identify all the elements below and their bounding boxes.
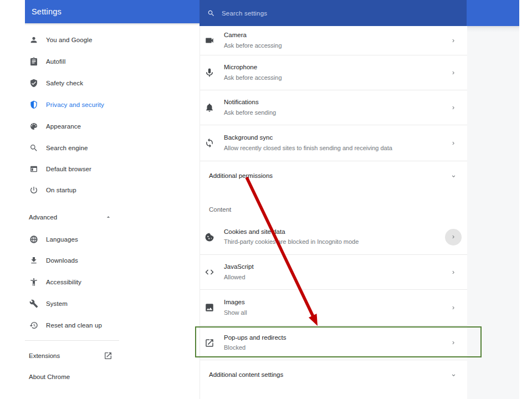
row-title: Additional content settings	[209, 371, 283, 380]
page-title: Settings	[25, 7, 62, 16]
sidebar-item-label: Accessibility	[46, 279, 81, 285]
power-icon	[29, 186, 38, 195]
row-title: Images	[224, 298, 247, 307]
row-subtitle: Third-party cookies are blocked in Incog…	[224, 238, 359, 246]
row-background-sync[interactable]: Background sync Allow recently closed si…	[200, 125, 467, 161]
globe-icon	[29, 235, 38, 244]
row-title: Camera	[224, 31, 282, 40]
header-right-segment	[467, 0, 519, 26]
sidebar-item-accessibility[interactable]: Accessibility	[29, 274, 81, 290]
row-images[interactable]: Images Show all	[200, 290, 467, 326]
sidebar-item-about-chrome[interactable]: About Chrome	[29, 369, 70, 385]
sync-icon	[204, 138, 214, 148]
settings-sidebar: You and Google Autofill Safety check Pri…	[25, 26, 200, 399]
sidebar-item-you-and-google[interactable]: You and Google	[29, 32, 92, 48]
sidebar-item-languages[interactable]: Languages	[29, 231, 78, 248]
row-subtitle: Ask before sending	[224, 109, 276, 117]
sidebar-item-label: Autofill	[46, 58, 65, 65]
sidebar-item-autofill[interactable]: Autofill	[29, 53, 65, 70]
sidebar-item-label: Languages	[46, 236, 78, 243]
about-chrome-label: About Chrome	[29, 374, 70, 380]
chevron-down-icon	[445, 367, 462, 383]
row-title: Microphone	[224, 63, 282, 72]
row-title: Notifications	[224, 98, 276, 107]
sidebar-item-label: System	[46, 300, 68, 307]
wrench-icon	[29, 299, 38, 308]
sidebar-item-label: On startup	[46, 187, 76, 193]
palette-icon	[29, 122, 38, 131]
sidebar-item-safety-check[interactable]: Safety check	[29, 75, 83, 91]
row-title: JavaScript	[224, 263, 254, 272]
sidebar-item-system[interactable]: System	[29, 295, 68, 312]
sidebar-item-privacy-and-security[interactable]: Privacy and security	[29, 96, 104, 113]
sidebar-item-label: Search engine	[46, 145, 88, 151]
chevron-right-icon	[445, 99, 462, 116]
cookie-icon	[204, 232, 214, 242]
sidebar-item-reset-and-clean-up[interactable]: Reset and clean up	[29, 317, 102, 334]
chevron-right-icon	[445, 299, 462, 316]
external-link-icon	[104, 351, 112, 360]
search-icon	[207, 9, 216, 17]
sidebar-item-on-startup[interactable]: On startup	[29, 182, 76, 198]
sidebar-item-label: Safety check	[46, 80, 83, 86]
chevron-right-icon	[445, 64, 462, 81]
row-notifications[interactable]: Notifications Ask before sending	[200, 90, 467, 125]
row-subtitle: Ask before accessing	[224, 42, 282, 50]
sidebar-item-label: Privacy and security	[46, 101, 104, 108]
header-shadow	[25, 23, 200, 25]
advanced-label: Advanced	[29, 214, 57, 221]
slide-canvas: Settings Search settings You and Google …	[0, 0, 532, 399]
microphone-icon	[204, 68, 214, 78]
sidebar-item-extensions[interactable]: Extensions	[29, 347, 60, 364]
row-title: Cookies and site data	[224, 228, 359, 237]
highlight-box	[195, 326, 482, 357]
row-camera[interactable]: Camera Ask before accessing	[200, 26, 467, 55]
history-icon	[29, 321, 38, 330]
download-icon	[29, 256, 38, 265]
code-icon	[204, 267, 214, 277]
image-icon	[204, 303, 214, 313]
row-additional-content-settings[interactable]: Additional content settings	[200, 360, 467, 390]
chevron-down-icon	[445, 168, 462, 185]
chevron-right-icon	[445, 135, 462, 151]
search-settings-box[interactable]: Search settings	[200, 0, 467, 26]
sidebar-item-search-engine[interactable]: Search engine	[29, 140, 88, 156]
sidebar-item-appearance[interactable]: Appearance	[29, 118, 81, 135]
chevron-right-icon	[445, 264, 462, 280]
bell-icon	[204, 103, 214, 112]
chevron-right-icon	[445, 32, 462, 49]
sidebar-item-downloads[interactable]: Downloads	[29, 252, 78, 269]
safety-check-icon	[29, 79, 38, 88]
row-microphone[interactable]: Microphone Ask before accessing	[200, 55, 467, 90]
row-additional-permissions[interactable]: Additional permissions	[200, 161, 467, 191]
row-subtitle: Allowed	[224, 273, 254, 282]
default-browser-icon	[29, 165, 38, 173]
sidebar-item-label: You and Google	[46, 37, 92, 43]
row-title: Background sync	[224, 134, 392, 142]
chevron-right-icon[interactable]	[445, 229, 462, 245]
caret-up-icon	[105, 213, 112, 221]
sidebar-item-default-browser[interactable]: Default browser	[29, 161, 91, 177]
row-title: Additional permissions	[209, 172, 273, 181]
privacy-shield-icon	[29, 100, 38, 109]
row-cookies-and-site-data[interactable]: Cookies and site data Third-party cookie…	[200, 219, 467, 255]
sidebar-item-label: Default browser	[46, 166, 91, 172]
person-icon	[29, 35, 38, 44]
row-subtitle: Ask before accessing	[224, 74, 282, 82]
camera-icon	[204, 35, 214, 45]
section-header-label: Content	[209, 206, 231, 213]
row-subtitle: Allow recently closed sites to finish se…	[224, 144, 392, 152]
search-engine-icon	[29, 144, 38, 152]
accessibility-icon	[29, 278, 38, 287]
content-section-header: Content	[209, 200, 231, 219]
sidebar-divider	[25, 340, 119, 341]
sidebar-item-label: Downloads	[46, 257, 78, 264]
autofill-icon	[29, 57, 38, 66]
row-javascript[interactable]: JavaScript Allowed	[200, 255, 467, 290]
sidebar-item-label: Appearance	[46, 123, 81, 130]
sidebar-item-label: Reset and clean up	[46, 322, 102, 329]
sidebar-advanced-toggle[interactable]: Advanced	[29, 209, 57, 226]
extensions-label: Extensions	[29, 352, 60, 359]
row-subtitle: Show all	[224, 309, 247, 317]
search-placeholder: Search settings	[222, 10, 267, 17]
